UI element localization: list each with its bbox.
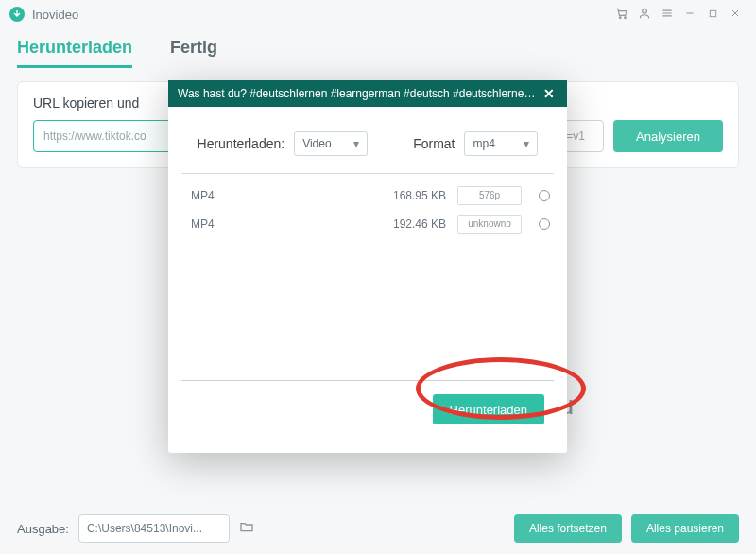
download-type-label: Herunterladen: xyxy=(198,136,285,151)
svg-point-1 xyxy=(625,16,627,18)
close-icon[interactable]: ✕ xyxy=(541,86,558,101)
app-title: Inovideo xyxy=(32,8,78,22)
svg-point-2 xyxy=(643,9,647,13)
modal-title: Was hast du? #deutschlernen #learngerman… xyxy=(178,87,541,100)
chevron-down-icon: ▾ xyxy=(524,137,529,150)
output-label: Ausgabe: xyxy=(17,522,69,536)
download-type-value: Video xyxy=(302,137,331,150)
minimize-icon[interactable] xyxy=(679,7,701,22)
modal-header: Was hast du? #deutschlernen #learngerman… xyxy=(168,80,567,107)
format-option-row[interactable]: MP4 168.95 KB 576p xyxy=(191,182,550,210)
svg-point-0 xyxy=(619,16,621,18)
format-select[interactable]: mp4 ▾ xyxy=(464,131,538,156)
output-path-field[interactable]: C:\Users\84513\Inovi... xyxy=(78,514,230,543)
option-resolution: unknownp xyxy=(457,215,522,234)
option-size: 168.95 KB xyxy=(380,189,446,202)
account-icon[interactable] xyxy=(633,7,656,23)
maximize-icon[interactable] xyxy=(701,7,724,22)
resume-all-button[interactable]: Alles fortsetzen xyxy=(514,514,622,543)
footer-bar: Ausgabe: C:\Users\84513\Inovi... Alles f… xyxy=(17,514,739,543)
option-resolution: 576p xyxy=(457,186,522,205)
svg-rect-3 xyxy=(710,10,715,16)
close-window-icon[interactable] xyxy=(724,7,747,22)
chevron-down-icon: ▾ xyxy=(353,137,359,150)
option-radio[interactable] xyxy=(539,190,550,201)
format-option-row[interactable]: MP4 192.46 KB unknownp xyxy=(191,210,550,238)
pause-all-button[interactable]: Alles pausieren xyxy=(631,514,739,543)
app-logo-icon xyxy=(9,7,25,22)
option-format: MP4 xyxy=(191,189,380,202)
option-radio[interactable] xyxy=(539,218,550,230)
cart-icon[interactable] xyxy=(610,7,633,23)
format-label: Format xyxy=(413,136,455,151)
format-options-list: MP4 168.95 KB 576p MP4 192.46 KB unknown… xyxy=(181,174,554,238)
download-button[interactable]: Herunterladen xyxy=(433,394,544,424)
tab-download[interactable]: Herunterladen xyxy=(17,38,132,68)
format-value: mp4 xyxy=(472,137,494,150)
download-modal: Was hast du? #deutschlernen #learngerman… xyxy=(168,80,567,453)
download-type-select[interactable]: Video ▾ xyxy=(294,131,368,156)
option-size: 192.46 KB xyxy=(380,217,446,231)
analyse-button[interactable]: Analysieren xyxy=(613,120,723,152)
tab-done[interactable]: Fertig xyxy=(170,38,217,68)
folder-icon[interactable] xyxy=(239,519,254,538)
option-format: MP4 xyxy=(191,217,380,231)
menu-icon[interactable] xyxy=(656,7,679,23)
title-bar: Inovideo xyxy=(0,0,756,28)
tab-bar: Herunterladen Fertig xyxy=(17,28,739,68)
